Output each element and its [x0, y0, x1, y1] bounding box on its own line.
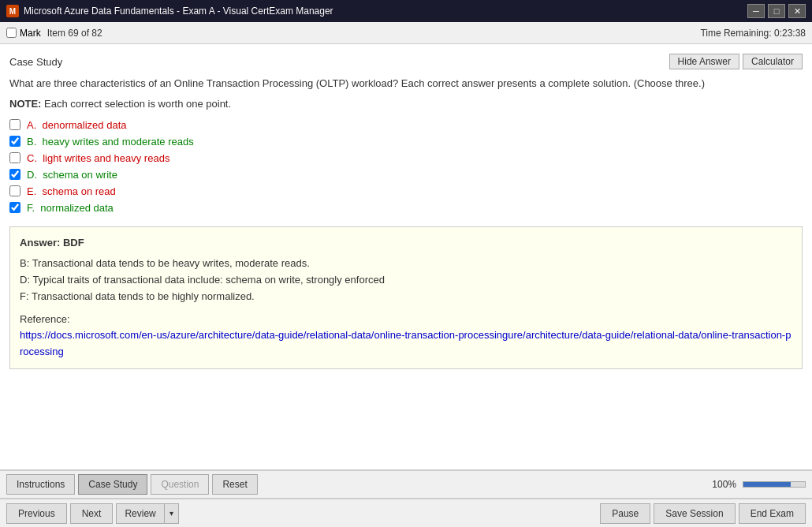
option-item-d: D. schema on write: [9, 169, 803, 181]
app-icon: M: [6, 5, 19, 17]
answer-line-d: D: Typical traits of transactional data …: [20, 272, 792, 289]
nav-right-buttons: Pause Save Session End Exam: [600, 503, 806, 524]
minimize-button[interactable]: ─: [747, 4, 765, 18]
option-checkbox-d[interactable]: [9, 169, 20, 180]
tab-instructions[interactable]: Instructions: [6, 474, 75, 495]
zoom-bar: [743, 481, 806, 488]
option-label-e: E. schema on read: [27, 185, 116, 197]
option-item-c: C. light writes and heavy reads: [9, 152, 803, 164]
hide-answer-button[interactable]: Hide Answer: [669, 54, 739, 69]
option-label-d: D. schema on write: [27, 169, 117, 181]
pause-button[interactable]: Pause: [600, 503, 650, 524]
option-checkbox-b[interactable]: [9, 136, 20, 147]
case-study-bar: Case Study Hide Answer Calculator: [9, 50, 803, 76]
option-label-b: B. heavy writes and moderate reads: [27, 136, 194, 148]
option-checkbox-a[interactable]: [9, 119, 20, 130]
tab-reset[interactable]: Reset: [212, 474, 257, 495]
question-text: What are three characteristics of an Onl…: [9, 76, 803, 92]
zoom-label: 100%: [712, 479, 736, 490]
review-container: Review ▾: [116, 503, 178, 524]
next-button[interactable]: Next: [70, 503, 114, 524]
option-item-b: B. heavy writes and moderate reads: [9, 136, 803, 148]
reference-label: Reference:: [20, 312, 792, 328]
time-remaining: Time Remaining: 0:23:38: [700, 28, 806, 39]
answer-box: Answer: BDF B: Transactional data tends …: [9, 226, 803, 370]
note-label: NOTE:: [9, 98, 41, 110]
answer-line-b: B: Transactional data tends to be heavy …: [20, 256, 792, 272]
option-label-f: F. normalized data: [27, 202, 114, 214]
answer-line-f: F: Transactional data tends to be highly…: [20, 289, 792, 305]
title-bar: M Microsoft Azure Data Fundamentals - Ex…: [0, 0, 812, 22]
save-session-button[interactable]: Save Session: [654, 503, 735, 524]
previous-button[interactable]: Previous: [6, 503, 67, 524]
review-button[interactable]: Review: [116, 503, 163, 524]
note-body: Each correct selection is worth one poin…: [44, 98, 231, 110]
close-button[interactable]: ✕: [788, 4, 806, 18]
options-list: A. denormalized data B. heavy writes and…: [9, 119, 803, 214]
window-title: Microsoft Azure Data Fundamentals - Exam…: [24, 6, 743, 17]
mark-checkbox-container[interactable]: Mark: [6, 28, 41, 39]
nav-bar: Previous Next Review ▾ Pause Save Sessio…: [0, 499, 812, 527]
bottom-tabs: Instructions Case Study Question Reset 1…: [0, 470, 812, 499]
option-label-a: A. denormalized data: [27, 119, 126, 131]
answer-header: Answer: BDF: [20, 235, 792, 252]
mark-checkbox[interactable]: [6, 28, 17, 38]
reference-url[interactable]: https://docs.microsoft.com/en-us/azure/a…: [20, 329, 791, 357]
calculator-button[interactable]: Calculator: [743, 54, 803, 69]
end-exam-button[interactable]: End Exam: [739, 503, 806, 524]
option-item-f: F. normalized data: [9, 202, 803, 214]
review-dropdown-button[interactable]: ▾: [164, 503, 179, 524]
tab-case-study[interactable]: Case Study: [78, 474, 147, 495]
option-checkbox-f[interactable]: [9, 202, 20, 213]
option-item-a: A. denormalized data: [9, 119, 803, 131]
case-study-buttons: Hide Answer Calculator: [669, 54, 803, 69]
mark-label[interactable]: Mark: [20, 28, 41, 39]
zoom-bar-fill: [743, 482, 791, 487]
option-checkbox-c[interactable]: [9, 152, 20, 163]
restore-button[interactable]: □: [768, 4, 785, 18]
option-item-e: E. schema on read: [9, 185, 803, 197]
main-content: Case Study Hide Answer Calculator What a…: [0, 44, 812, 470]
case-study-title: Case Study: [9, 56, 62, 68]
toolbar: Mark Item 69 of 82 Time Remaining: 0:23:…: [0, 22, 812, 44]
tab-question[interactable]: Question: [151, 474, 209, 495]
item-info: Item 69 of 82: [47, 28, 695, 39]
note-text: NOTE: Each correct selection is worth on…: [9, 98, 803, 110]
answer-reference: Reference: https://docs.microsoft.com/en…: [20, 312, 792, 361]
window-controls: ─ □ ✕: [747, 4, 806, 18]
option-label-c: C. light writes and heavy reads: [27, 152, 169, 164]
option-checkbox-e[interactable]: [9, 185, 20, 196]
